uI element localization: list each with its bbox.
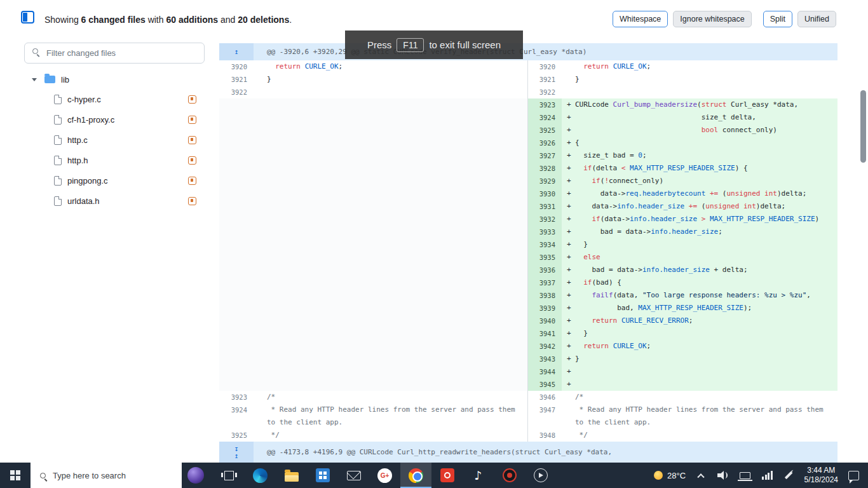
code-line: +{: [562, 137, 837, 149]
line-number: [219, 175, 254, 187]
edge-icon: [253, 468, 268, 483]
mail-button[interactable]: [338, 463, 369, 488]
file-name: pingpong.c: [67, 176, 108, 186]
line-number: [219, 226, 254, 238]
code-line: [254, 124, 527, 137]
music-note-app-icon: ♪: [474, 468, 482, 482]
line-number: [219, 149, 254, 162]
modified-file-icon: [188, 197, 196, 205]
chrome-button[interactable]: [400, 463, 431, 488]
code-line: [254, 251, 527, 264]
diff-row: 3930+ data->req.headerbytecount += (unsi…: [219, 187, 837, 200]
blue-tile-app-icon: [316, 468, 330, 482]
file-tree-item[interactable]: c-hyper.c: [19, 89, 210, 109]
line-number: [219, 187, 254, 200]
expand-up-icon[interactable]: ↥: [234, 452, 239, 459]
line-number: [219, 238, 254, 251]
pen-icon[interactable]: [784, 471, 792, 479]
line-number: 3920: [219, 60, 254, 73]
clock-date: 5/18/2024: [804, 475, 838, 485]
line-number: 3927: [527, 149, 562, 162]
hunk-gutter: ↥: [219, 43, 254, 60]
line-number: 3934: [527, 238, 562, 251]
line-number: [219, 378, 254, 391]
file-tree-item[interactable]: urldata.h: [19, 191, 210, 211]
line-number: [219, 289, 254, 302]
diff-row: 3924+ size_t delta,: [219, 111, 837, 124]
code-line: [254, 213, 527, 226]
code-line: +: [562, 378, 837, 391]
file-tree-item[interactable]: pingpong.c: [19, 170, 210, 191]
ignore-whitespace-button[interactable]: Ignore whitespace: [673, 11, 751, 27]
file-filter: [24, 43, 205, 64]
diff-row: 3937+ if(bad) {: [219, 276, 837, 289]
volume-icon[interactable]: [717, 471, 729, 480]
store-button[interactable]: [307, 463, 338, 488]
hidden-icons-chevron-icon[interactable]: [697, 473, 704, 480]
file-tree-folder[interactable]: lib: [19, 70, 210, 89]
code-line: [254, 111, 527, 124]
expand-up-icon[interactable]: ↥: [234, 48, 239, 55]
diff-row: 3936+ bad = data->info.header_size + del…: [219, 264, 837, 276]
line-number: [219, 162, 254, 175]
code-line: + bad = data->info.header_size;: [562, 226, 837, 238]
edge-button[interactable]: [245, 463, 276, 488]
scrollbar-thumb[interactable]: [860, 90, 866, 163]
file-tree-toggle-icon[interactable]: [21, 11, 34, 24]
folder-icon: [44, 76, 55, 83]
diff-row: 3934+ }: [219, 238, 837, 251]
start-button[interactable]: [0, 463, 31, 488]
line-number: 3925: [527, 124, 562, 137]
action-center-icon[interactable]: [848, 471, 859, 480]
code-line: + size_t bad = 0;: [562, 149, 837, 162]
file-list: c-hyper.ccf-h1-proxy.chttp.chttp.hpingpo…: [19, 89, 210, 211]
fullscreen-toast: Press F11 to exit full screen: [345, 30, 523, 59]
diff-row: 3929+ if(!connect_only): [219, 175, 837, 187]
unified-view-button[interactable]: Unified: [797, 11, 836, 27]
laptop-icon[interactable]: [740, 472, 750, 479]
network-signal-icon[interactable]: [762, 471, 773, 480]
modified-file-icon: [188, 156, 196, 165]
cortana-button[interactable]: [182, 463, 210, 488]
line-number: [219, 137, 254, 149]
taskbar-clock[interactable]: 3:44 AM 5/18/2024: [804, 466, 838, 485]
file-tree-item[interactable]: http.c: [19, 130, 210, 150]
windows-logo-icon: [10, 470, 20, 480]
music-app-button[interactable]: ♪: [463, 463, 494, 488]
code-line: return CURLE_OK;: [254, 60, 527, 73]
code-line: [254, 137, 527, 149]
line-number: [219, 200, 254, 213]
google-plus-button[interactable]: G+: [369, 463, 400, 488]
line-number: 3922: [219, 86, 254, 98]
file-name: http.c: [67, 135, 88, 145]
code-line: [254, 86, 527, 98]
file-explorer-button[interactable]: [276, 463, 307, 488]
code-line: +CURLcode Curl_bump_headersize(struct Cu…: [562, 98, 837, 111]
file-filter-input[interactable]: [24, 43, 205, 64]
record-app-button[interactable]: [494, 463, 525, 488]
split-view-button[interactable]: Split: [763, 11, 792, 27]
diff-row: 3926+{: [219, 137, 837, 149]
line-number: [219, 327, 254, 340]
diff-row: 3943+}: [219, 353, 837, 365]
code-line: [254, 98, 527, 111]
line-number: [219, 251, 254, 264]
file-icon: [54, 196, 62, 206]
toast-text: to exit full screen: [429, 39, 501, 50]
file-tree-item[interactable]: cf-h1-proxy.c: [19, 109, 210, 130]
whitespace-button[interactable]: Whitespace: [613, 11, 668, 27]
media-play-app-icon: [534, 468, 548, 482]
weather-widget[interactable]: 28°C: [654, 471, 686, 480]
task-view-button[interactable]: [214, 463, 245, 488]
expand-down-icon[interactable]: ↧: [234, 445, 239, 452]
file-tree-item[interactable]: http.h: [19, 150, 210, 170]
media-play-button[interactable]: [525, 463, 556, 488]
modified-file-icon: [188, 177, 196, 185]
code-line: [254, 264, 527, 276]
taskbar-search[interactable]: Type here to search: [31, 463, 182, 488]
line-number: [219, 98, 254, 111]
search-icon: [40, 473, 46, 478]
file-icon: [54, 135, 62, 145]
diff-row: to the client app. to the client app.: [219, 416, 837, 429]
red-app-button[interactable]: [431, 463, 463, 488]
